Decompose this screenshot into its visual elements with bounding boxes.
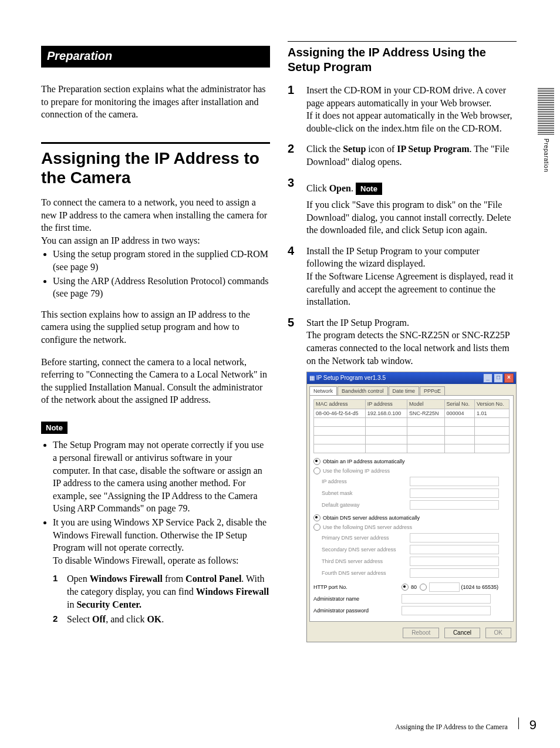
minimize-icon[interactable]: _: [483, 373, 492, 383]
subsection-title: Assigning the IP Address Using the Setup…: [288, 45, 517, 75]
preparation-banner: Preparation: [41, 46, 270, 68]
subsection-rule: [288, 41, 517, 42]
tab-pppoe[interactable]: PPPoE: [420, 386, 445, 395]
col-mac: MAC address: [314, 400, 366, 409]
left-column: Preparation The Preparation section expl…: [41, 46, 270, 628]
table-row[interactable]: 08-00-46-f2-54-d5 192.168.0.100 SNC-RZ25…: [314, 409, 510, 417]
radio-port-custom[interactable]: [420, 584, 427, 591]
footer-title: Assigning the IP Address to the Camera: [395, 723, 508, 732]
col-version: Version No.: [474, 400, 509, 409]
radio-dns-auto[interactable]: [313, 514, 321, 521]
step-5: 5 Start the IP Setup Program. The progra…: [288, 316, 517, 642]
ip-setup-screenshot: ▦ IP Setup Program ver1.3.5 _ □ × Networ…: [306, 372, 517, 642]
step3-note: If you click "Save this program to disk"…: [306, 198, 517, 237]
col-serial: Serial No.: [444, 400, 474, 409]
admin-name-field[interactable]: [402, 594, 491, 604]
p1: To connect the camera to a network, you …: [41, 196, 270, 234]
reboot-button[interactable]: Reboot: [403, 628, 439, 638]
admin-pass-field[interactable]: [402, 606, 491, 615]
radio-dns-manual[interactable]: [313, 524, 321, 531]
note-tag: Note: [41, 422, 68, 434]
bullet-setup-program: Using the setup program stored in the su…: [53, 248, 270, 273]
step-1: 1 Insert the CD-ROM in your CD-ROM drive…: [288, 84, 517, 134]
section-title: Assigning the IP Address to the Camera: [41, 149, 270, 188]
note-tag-step3: Note: [356, 183, 382, 196]
ip-field[interactable]: [410, 477, 499, 486]
radio-ip-manual[interactable]: [313, 467, 321, 474]
cancel-button[interactable]: Cancel: [444, 628, 480, 638]
port-field[interactable]: [429, 582, 460, 592]
note-firewall: The Setup Program may not operate correc…: [53, 439, 270, 515]
step-4: 4 Install the IP Setup Program to your c…: [288, 245, 517, 308]
gateway-field[interactable]: [410, 500, 499, 510]
close-icon[interactable]: ×: [504, 373, 514, 383]
step-3: 3 Click Open. Note If you click "Save th…: [288, 177, 517, 237]
dns3-field[interactable]: [410, 557, 499, 566]
tab-datetime[interactable]: Date time: [389, 386, 420, 395]
page-number: 9: [529, 717, 537, 733]
substep-1: 1 Open Windows Firewall from Control Pan…: [53, 572, 270, 611]
right-column: Assigning the IP Address Using the Setup…: [288, 41, 517, 651]
note-xp: It you are using Windows XP Service Pack…: [53, 516, 270, 626]
section-rule: [41, 142, 270, 144]
p3: This section explains how to assign an I…: [41, 308, 270, 346]
side-label: Preparation: [543, 139, 549, 172]
p2: You can assign an IP address in two ways…: [41, 234, 270, 247]
step-2: 2 Click the Setup icon of IP Setup Progr…: [288, 143, 517, 168]
device-table: MAC address IP address Model Serial No. …: [313, 399, 510, 453]
tab-bandwidth[interactable]: Bandwidth control: [338, 386, 388, 395]
dns4-field[interactable]: [410, 568, 499, 578]
col-ip: IP address: [365, 400, 407, 409]
ok-button[interactable]: OK: [485, 628, 511, 638]
bullet-arp: Using the ARP (Address Resolution Protoc…: [53, 275, 270, 300]
radio-ip-auto[interactable]: [313, 458, 321, 465]
col-model: Model: [407, 400, 444, 409]
substep-2: 2 Select Off, and click OK.: [53, 613, 270, 626]
mask-field[interactable]: [410, 488, 499, 498]
footer: Assigning the IP Address to the Camera 9: [395, 717, 537, 733]
stripe-decoration: [538, 88, 554, 135]
maximize-icon[interactable]: □: [494, 373, 503, 383]
radio-port-80[interactable]: [402, 584, 409, 591]
window-titlebar: ▦ IP Setup Program ver1.3.5 _ □ ×: [307, 372, 516, 384]
thumb-index: Preparation: [534, 88, 558, 172]
app-icon: ▦: [309, 375, 315, 381]
preparation-intro: The Preparation section explains what th…: [41, 83, 270, 121]
dns1-field[interactable]: [410, 533, 499, 543]
window-title: IP Setup Program ver1.3.5: [316, 375, 386, 381]
p4: Before starting, connect the camera to a…: [41, 356, 270, 406]
tab-network[interactable]: Network: [309, 386, 337, 395]
dns2-field[interactable]: [410, 545, 499, 554]
